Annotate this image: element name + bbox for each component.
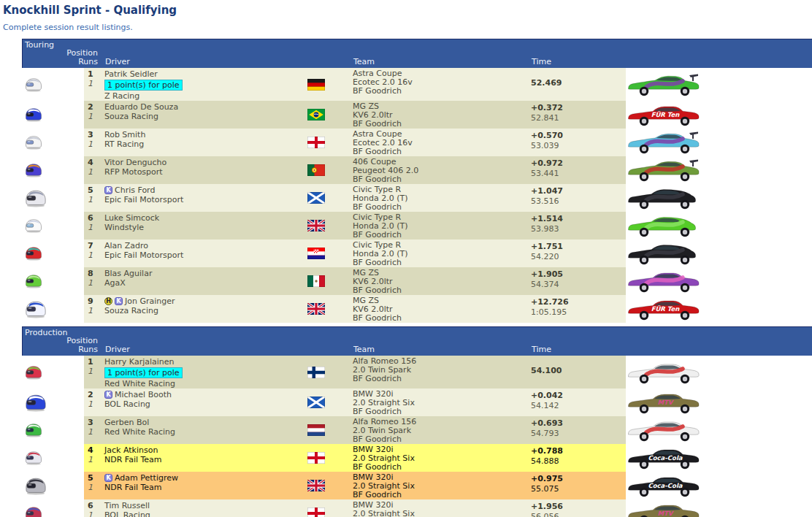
driver-helmet-icon — [22, 240, 84, 267]
production-table-header: Production Position Runs Driver Team Tim… — [22, 326, 812, 356]
position-value: 3 — [88, 130, 104, 139]
car-spec: BMW 320i 2.0 Straight Six BF Goodrich — [340, 472, 531, 499]
flag-uk-icon — [293, 472, 340, 499]
column-header-time: Time — [532, 345, 627, 354]
helmet-icon — [25, 246, 42, 261]
driver-helmet-icon — [22, 388, 84, 416]
driver-name: Harry Karjalainen — [104, 357, 175, 367]
helmet-icon — [25, 477, 47, 495]
time-gap: +0.788 — [531, 446, 626, 456]
helmet-icon — [25, 189, 47, 207]
car-spec: Alfa Romeo 156 2.0 Twin Spark BF Goodric… — [340, 356, 531, 388]
driver-name: Adam Pettigrew — [115, 473, 178, 483]
car-livery-image — [626, 356, 812, 388]
time-gap: 54.100 — [531, 366, 626, 376]
touring-table-header: Touring Position Runs Driver Team Time — [22, 39, 812, 68]
pole-bonus-chip: 1 point(s) for pole — [104, 367, 183, 378]
result-row: 8 1 Blas Aguilar AgaX MG ZS KV6 2.0ltr B… — [22, 267, 812, 295]
svg-text:FÜR Ten: FÜR Ten — [651, 305, 681, 313]
flag-croatia-icon — [293, 240, 340, 267]
car-livery-image: MTV — [626, 499, 812, 517]
driver-helmet-icon — [22, 129, 84, 156]
car-livery-image — [626, 129, 812, 156]
time-gap: +1.514 — [531, 214, 626, 224]
flag-brazil-icon — [293, 101, 340, 129]
flag-brazil-icon — [307, 109, 325, 120]
time-total: 54.142 — [531, 401, 626, 410]
column-header-driver: Driver — [105, 57, 294, 66]
team-name: Souza Racing — [104, 306, 293, 315]
time-gap: +0.042 — [531, 391, 626, 401]
car-spec: Civic Type R Honda 2.0 (T) BF Goodrich — [340, 212, 531, 240]
time-total: 53.441 — [531, 169, 626, 178]
flag-croatia-icon — [307, 248, 325, 259]
car-tyres: BF Goodrich — [353, 491, 531, 499]
svg-text:FÜR Ten: FÜR Ten — [651, 111, 681, 118]
driver-name: Gerben Bol — [104, 418, 149, 427]
touring-results-table: Touring Position Runs Driver Team Time 1… — [22, 39, 812, 323]
car-spec: MG ZS KV6 2.0ltr BF Goodrich — [340, 101, 531, 129]
time-gap: +1.956 — [531, 502, 626, 512]
helmet-icon — [25, 218, 42, 233]
runs-value: 1 — [88, 139, 104, 149]
flag-uk-icon — [307, 220, 325, 231]
flag-finland-icon — [307, 367, 325, 378]
helmet-icon — [25, 423, 42, 437]
flag-mexico-icon — [307, 275, 325, 287]
flag-germany-icon — [293, 68, 340, 101]
runs-value: 1 — [88, 195, 104, 204]
page-title: Knockhill Sprint - Qualifying — [3, 4, 177, 17]
badge-k-icon: K — [104, 474, 112, 482]
badge-k-icon: K — [104, 391, 112, 399]
car-tyres: BF Goodrich — [353, 407, 531, 416]
flag-scotland-icon — [307, 397, 325, 408]
svg-text:Coca-Cola: Coca-Cola — [648, 482, 683, 489]
time-gap: +0.372 — [531, 103, 626, 113]
result-row: 3 1 Gerben Bol Red White Racing Alfa Rom… — [22, 416, 812, 444]
result-row: 3 1 Rob Smith RT Racing Astra Coupe Ecot… — [22, 129, 812, 156]
car-livery-image — [626, 184, 812, 212]
runs-value: 1 — [88, 367, 104, 376]
team-name: AgaX — [104, 278, 293, 288]
time-total: 52.841 — [531, 113, 626, 123]
time-total: 54.220 — [531, 252, 626, 261]
car-livery-image — [626, 240, 812, 267]
team-name: Windstyle — [104, 223, 293, 232]
flag-england-icon — [293, 499, 340, 517]
driver-helmet-icon — [22, 184, 84, 212]
runs-value: 1 — [88, 278, 104, 288]
car-tyres: BF Goodrich — [353, 120, 531, 129]
car-engine: 2.0 Straight Six — [353, 510, 531, 517]
car-spec: Astra Coupe Ecotec 2.0 16v BF Goodrich — [340, 68, 531, 101]
team-name: BOL Racing — [104, 510, 293, 517]
time-gap: +0.975 — [531, 474, 626, 484]
car-livery-image — [626, 68, 812, 101]
helmet-icon — [25, 163, 42, 177]
result-row: 7 1 Alan Zadro Epic Fail Motorsport Civi… — [22, 240, 812, 267]
position-value: 9 — [88, 296, 104, 306]
time-total: 55.075 — [531, 484, 626, 494]
helmet-icon — [25, 506, 42, 517]
flag-uk-icon — [307, 303, 325, 315]
runs-value: 1 — [88, 399, 104, 409]
driver-helmet-icon — [22, 68, 84, 101]
column-header-time: Time — [532, 57, 627, 66]
flag-england-icon — [293, 129, 340, 156]
helmet-icon — [25, 274, 42, 288]
result-row: 5 1 KChris Ford Epic Fail Motorsport Civ… — [22, 184, 812, 212]
badge-k-icon: K — [115, 297, 123, 305]
time-gap: +12.726 — [531, 297, 626, 307]
result-row: 1 1 Patrik Seidler 1 point(s) for pole Z… — [22, 68, 812, 101]
car-spec: Civic Type R Honda 2.0 (T) BF Goodrich — [340, 240, 531, 267]
time-total: 53.039 — [531, 141, 626, 150]
driver-name: Rob Smith — [104, 130, 145, 139]
car-spec: BMW 320i 2.0 Straight Six BF Goodrich — [340, 499, 531, 517]
driver-helmet-icon — [22, 267, 84, 295]
flag-netherlands-icon — [307, 424, 325, 436]
position-value: 3 — [88, 418, 104, 427]
column-header-driver: Driver — [105, 345, 294, 354]
car-tyres: BF Goodrich — [353, 148, 531, 156]
car-livery-image: FÜR Ten — [626, 101, 812, 129]
driver-helmet-icon — [22, 156, 84, 184]
driver-name: Michael Booth — [115, 390, 172, 399]
